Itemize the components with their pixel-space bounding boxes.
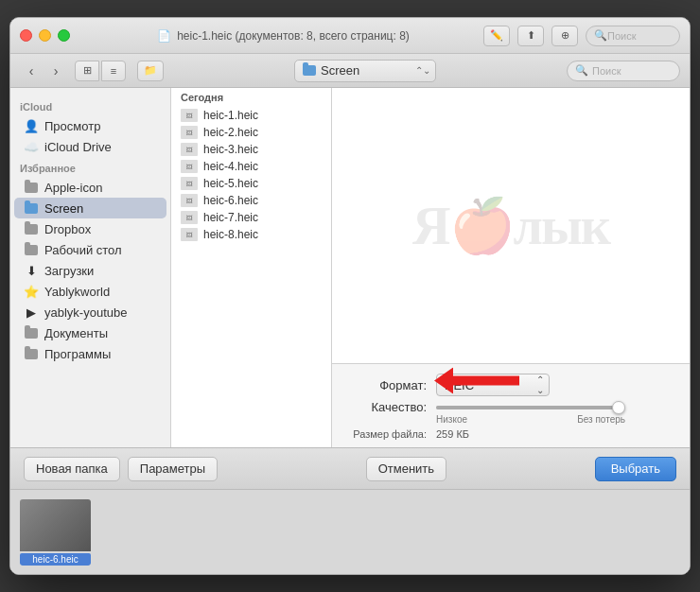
zoom-button[interactable]: ⊕ [551,26,578,46]
slider-thumb[interactable] [612,401,625,414]
toolbar: ‹ › ⊞ ≡ 📁 Screen ⌃⌄ 🔍 Поиск [10,54,690,88]
sidebar-item-docs[interactable]: Документы [14,322,166,343]
sidebar-item-label: Dropbox [44,222,91,236]
red-arrow-indicator [434,368,519,397]
traffic-lights [20,29,70,42]
file-item-3[interactable]: 🖼 heic-3.heic [171,141,331,158]
file-list-header: Сегодня [171,88,331,107]
file-name: heic-7.heic [203,211,258,224]
titlebar-search-placeholder: Поиск [607,30,636,42]
folder-icon [24,242,39,257]
sidebar-item-youtube[interactable]: ▶ yablyk-youtube [14,302,166,322]
sidebar-item-downloads[interactable]: ⬇ Загрузки [14,260,166,281]
minimize-button[interactable] [39,29,51,42]
file-item-6[interactable]: 🖼 heic-6.heic [171,192,331,209]
quality-low-label: Низкое [436,414,467,425]
folder-select: Screen ⌃⌄ [171,60,559,82]
window-title-area: 📄 heic-1.heic (документов: 8, всего стра… [83,29,483,43]
column-view-button[interactable]: ≡ [101,61,126,81]
format-label: Формат: [351,378,427,392]
current-folder-label: Screen [321,63,359,78]
cancel-button[interactable]: Отменить [366,457,446,481]
sidebar-item-screen[interactable]: Screen [14,198,166,218]
slider-track [436,406,625,409]
file-thumbnail: 🖼 [181,177,198,190]
sidebar-item-apple-icon[interactable]: Apple-icon [14,177,166,198]
person-icon: 👤 [24,118,39,133]
file-name: heic-4.heic [203,160,258,173]
sidebar-item-preview[interactable]: 👤 Просмотр [14,115,166,136]
sidebar-item-icloud-drive[interactable]: ☁️ iCloud Drive [14,136,166,157]
filesize-value: 259 КБ [436,428,469,440]
file-name: heic-8.heic [203,228,258,241]
chevron-down-icon: ⌃⌄ [415,65,430,76]
sidebar-item-label: Загрузки [44,264,94,278]
file-item-7[interactable]: 🖼 heic-7.heic [171,209,331,226]
file-thumbnail: 🖼 [181,194,198,207]
quality-top: Качество: [351,400,671,414]
folder-icon [24,200,39,216]
forward-button[interactable]: › [44,61,67,81]
filesize-row: Размер файла: 259 КБ [332,428,690,447]
slider-labels: Низкое Без потерь [436,414,625,425]
filesize-label: Размер файла: [351,428,427,440]
search-icon: 🔍 [575,64,588,77]
file-item-2[interactable]: 🖼 heic-2.heic [171,124,331,141]
toolbar-search[interactable]: 🔍 Поиск [567,61,680,81]
watermark: Я🍎лык [412,195,609,257]
titlebar-search[interactable]: 🔍 Поиск [586,26,680,46]
titlebar: 📄 heic-1.heic (документов: 8, всего стра… [10,18,690,54]
preview-content: Я🍎лык [332,88,690,363]
file-thumbnail: 🖼 [181,228,198,241]
main-window: 📄 heic-1.heic (документов: 8, всего стра… [9,17,691,575]
file-item-5[interactable]: 🖼 heic-5.heic [171,175,331,192]
thumbnail-label: heic-6.heic [20,553,91,566]
sidebar-item-yablykworld[interactable]: ⭐ Yablykworld [14,281,166,302]
sidebar-item-dropbox[interactable]: Dropbox [14,218,166,239]
back-button[interactable]: ‹ [20,61,43,81]
sidebar-item-apps[interactable]: Программы [14,343,166,364]
nav-buttons: ‹ › [20,61,67,81]
sidebar-section-icloud: iCloud [10,96,170,115]
sidebar-item-desktop[interactable]: Рабочий стол [14,239,166,260]
quality-high-label: Без потерь [577,414,625,425]
maximize-button[interactable] [58,29,70,42]
download-icon: ⬇ [24,263,39,278]
sidebar-item-label: Просмотр [44,119,100,133]
sidebar-item-label: yablyk-youtube [44,305,127,320]
sidebar-item-label: Рабочий стол [44,243,122,257]
folder-icon [24,180,39,195]
file-name: heic-3.heic [203,143,258,156]
close-button[interactable] [20,29,32,42]
list-view-button[interactable]: ⊞ [75,61,99,81]
folder-dropdown[interactable]: Screen ⌃⌄ [294,60,436,82]
folder-icon [303,65,316,76]
quality-slider[interactable] [436,406,625,409]
file-item-1[interactable]: 🖼 heic-1.heic [171,107,331,124]
quality-label: Качество: [351,400,427,414]
chevron-down-icon: ⌃⌄ [536,374,544,395]
bottom-toolbar: Новая папка Параметры Отменить Выбрать [10,447,690,489]
titlebar-actions: ✏️ ⬆ ⊕ 🔍 Поиск [483,26,680,46]
options-button[interactable]: Параметры [128,457,218,481]
select-button[interactable]: Выбрать [595,457,676,481]
file-name: heic-5.heic [203,177,258,190]
folder-icon [24,325,39,340]
file-thumbnail: 🖼 [181,211,198,224]
file-item-8[interactable]: 🖼 heic-8.heic [171,226,331,243]
action-button[interactable]: 📁 [137,61,164,81]
edit-button[interactable]: ✏️ [483,26,510,46]
thumbnail-strip: heic-6.heic [10,489,690,574]
view-buttons: ⊞ ≡ [75,61,126,81]
video-icon: ▶ [24,305,39,320]
new-folder-button[interactable]: Новая папка [24,457,120,481]
share-button[interactable]: ⬆ [517,26,544,46]
sidebar-item-label: Программы [44,347,111,361]
sidebar-item-label: Yablykworld [44,285,110,299]
sidebar-item-label: Screen [44,201,83,216]
file-item-4[interactable]: 🖼 heic-4.heic [171,158,331,175]
bottom-panel: Формат: HEIC ⌃⌄ Качество: [332,363,690,447]
file-name: heic-2.heic [203,126,258,139]
sidebar-item-label: iCloud Drive [44,140,112,154]
thumbnail-item[interactable]: heic-6.heic [20,499,91,566]
